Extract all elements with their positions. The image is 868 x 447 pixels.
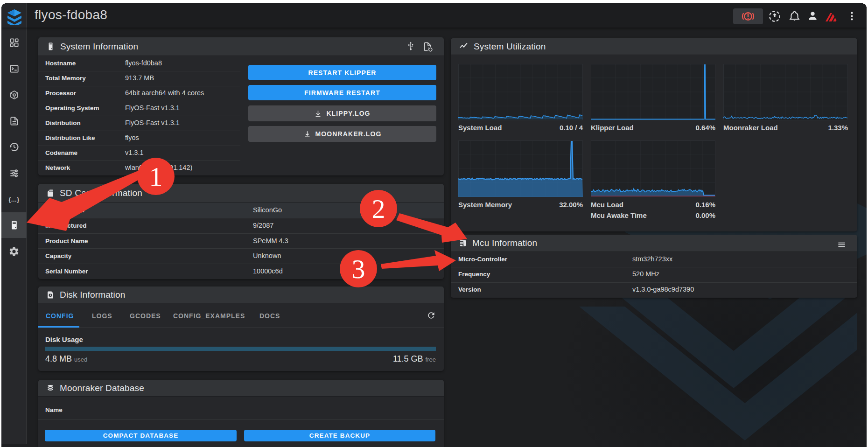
svg-text:3: 3 [352, 254, 365, 284]
svg-text:1: 1 [149, 161, 163, 192]
svg-text:2: 2 [372, 194, 385, 224]
